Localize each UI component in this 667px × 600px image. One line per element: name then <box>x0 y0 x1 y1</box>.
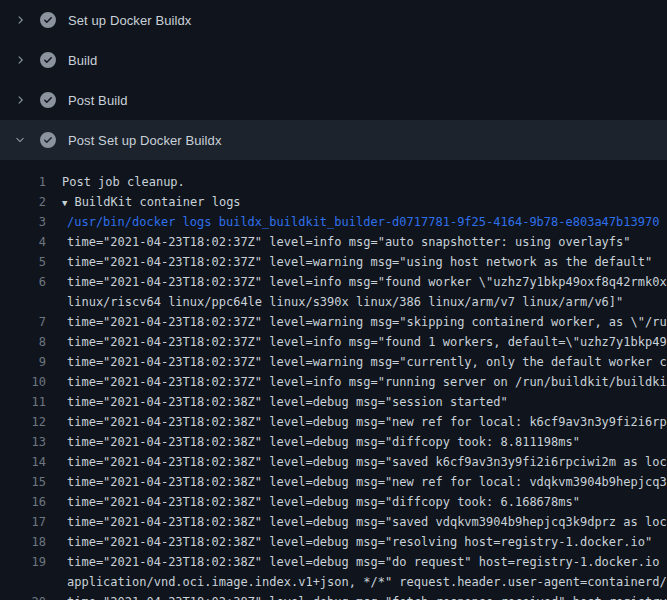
log-line: 7time="2021-04-23T18:02:37Z" level=warni… <box>0 312 667 332</box>
log-text: time="2021-04-23T18:02:38Z" level=debug … <box>46 555 667 569</box>
check-circle-icon <box>40 12 56 28</box>
log-line: 11time="2021-04-23T18:02:38Z" level=debu… <box>0 392 667 412</box>
log-line: 4time="2021-04-23T18:02:37Z" level=info … <box>0 232 667 252</box>
log-line: 16time="2021-04-23T18:02:38Z" level=debu… <box>0 492 667 512</box>
log-line: 5time="2021-04-23T18:02:37Z" level=warni… <box>0 252 667 272</box>
log-line: 13time="2021-04-23T18:02:38Z" level=debu… <box>0 432 667 452</box>
step-title: Post Set up Docker Buildx <box>68 133 222 148</box>
log-text: time="2021-04-23T18:02:37Z" level=info m… <box>46 375 667 389</box>
log-text: time="2021-04-23T18:02:38Z" level=debug … <box>46 595 667 600</box>
check-circle-icon <box>40 52 56 68</box>
log-text: ▼BuildKit container logs <box>46 195 667 209</box>
log-panel: 1Post job cleanup.2▼BuildKit container l… <box>0 160 667 600</box>
check-circle-icon <box>40 132 56 148</box>
step-title: Build <box>68 53 97 68</box>
log-line: 14time="2021-04-23T18:02:38Z" level=debu… <box>0 452 667 472</box>
log-text: time="2021-04-23T18:02:37Z" level=info m… <box>46 235 667 249</box>
check-circle-icon <box>40 92 56 108</box>
log-text: time="2021-04-23T18:02:37Z" level=warnin… <box>46 255 667 269</box>
log-line: 10time="2021-04-23T18:02:37Z" level=info… <box>0 372 667 392</box>
line-number[interactable]: 19 <box>0 555 46 569</box>
line-number[interactable]: 12 <box>0 415 46 429</box>
line-number[interactable]: 2 <box>0 195 46 209</box>
line-number[interactable]: 11 <box>0 395 46 409</box>
log-text: time="2021-04-23T18:02:38Z" level=debug … <box>46 495 667 509</box>
chevron-right-icon <box>12 12 28 28</box>
chevron-down-icon <box>12 132 28 148</box>
log-command-text: /usr/bin/docker logs buildx_buildkit_bui… <box>46 215 667 229</box>
actions-log-viewer: Set up Docker BuildxBuildPost BuildPost … <box>0 0 667 600</box>
log-text: time="2021-04-23T18:02:38Z" level=debug … <box>46 535 667 549</box>
line-number[interactable]: 13 <box>0 435 46 449</box>
log-line: 15time="2021-04-23T18:02:38Z" level=debu… <box>0 472 667 492</box>
line-number[interactable]: 16 <box>0 495 46 509</box>
log-text: time="2021-04-23T18:02:38Z" level=debug … <box>46 455 667 469</box>
line-number[interactable]: 9 <box>0 355 46 369</box>
line-number[interactable]: 1 <box>0 175 46 189</box>
log-line: 20time="2021-04-23T18:02:38Z" level=debu… <box>0 592 667 600</box>
log-line: 3/usr/bin/docker logs buildx_buildkit_bu… <box>0 212 667 232</box>
step-header-post-set-up-docker-buildx[interactable]: Post Set up Docker Buildx <box>0 120 667 160</box>
log-text: linux/riscv64 linux/ppc64le linux/s390x … <box>46 295 667 309</box>
log-text: application/vnd.oci.image.index.v1+json,… <box>46 575 667 589</box>
step-header-post-build[interactable]: Post Build <box>0 80 667 120</box>
log-line: 12time="2021-04-23T18:02:38Z" level=debu… <box>0 412 667 432</box>
line-number[interactable]: 5 <box>0 255 46 269</box>
log-text: time="2021-04-23T18:02:38Z" level=debug … <box>46 415 667 429</box>
log-text: time="2021-04-23T18:02:38Z" level=debug … <box>46 475 667 489</box>
step-header-set-up-docker-buildx[interactable]: Set up Docker Buildx <box>0 0 667 40</box>
log-line: 19time="2021-04-23T18:02:38Z" level=debu… <box>0 552 667 572</box>
steps-list: Set up Docker BuildxBuildPost BuildPost … <box>0 0 667 160</box>
log-text: time="2021-04-23T18:02:37Z" level=warnin… <box>46 315 667 329</box>
log-line: 18time="2021-04-23T18:02:38Z" level=debu… <box>0 532 667 552</box>
line-number[interactable]: 15 <box>0 475 46 489</box>
line-number[interactable]: 4 <box>0 235 46 249</box>
chevron-right-icon <box>12 52 28 68</box>
line-number[interactable]: 10 <box>0 375 46 389</box>
line-number[interactable]: 8 <box>0 335 46 349</box>
step-title: Post Build <box>68 93 128 108</box>
line-number[interactable]: 17 <box>0 515 46 529</box>
line-number[interactable]: 7 <box>0 315 46 329</box>
log-line: 9time="2021-04-23T18:02:37Z" level=warni… <box>0 352 667 372</box>
line-number[interactable]: 3 <box>0 215 46 229</box>
log-line: 1Post job cleanup. <box>0 172 667 192</box>
log-group-label[interactable]: BuildKit container logs <box>74 195 240 209</box>
chevron-right-icon <box>12 92 28 108</box>
line-number[interactable]: 20 <box>0 595 46 600</box>
line-number[interactable]: 6 <box>0 275 46 289</box>
log-text: time="2021-04-23T18:02:38Z" level=debug … <box>46 395 667 409</box>
step-title: Set up Docker Buildx <box>68 13 191 28</box>
log-text: time="2021-04-23T18:02:38Z" level=debug … <box>46 435 667 449</box>
line-number[interactable]: 18 <box>0 535 46 549</box>
log-text: Post job cleanup. <box>46 175 667 189</box>
log-line: 8time="2021-04-23T18:02:37Z" level=info … <box>0 332 667 352</box>
step-header-build[interactable]: Build <box>0 40 667 80</box>
log-text: time="2021-04-23T18:02:38Z" level=debug … <box>46 515 667 529</box>
log-line: 2▼BuildKit container logs <box>0 192 667 212</box>
log-line-continuation: application/vnd.oci.image.index.v1+json,… <box>0 572 667 592</box>
log-text: time="2021-04-23T18:02:37Z" level=info m… <box>46 275 667 289</box>
log-text: time="2021-04-23T18:02:37Z" level=info m… <box>46 335 667 349</box>
log-line-continuation: linux/riscv64 linux/ppc64le linux/s390x … <box>0 292 667 312</box>
log-line: 17time="2021-04-23T18:02:38Z" level=debu… <box>0 512 667 532</box>
line-number[interactable]: 14 <box>0 455 46 469</box>
triangle-down-icon[interactable]: ▼ <box>62 198 67 208</box>
log-line: 6time="2021-04-23T18:02:37Z" level=info … <box>0 272 667 292</box>
log-text: time="2021-04-23T18:02:37Z" level=warnin… <box>46 355 667 369</box>
